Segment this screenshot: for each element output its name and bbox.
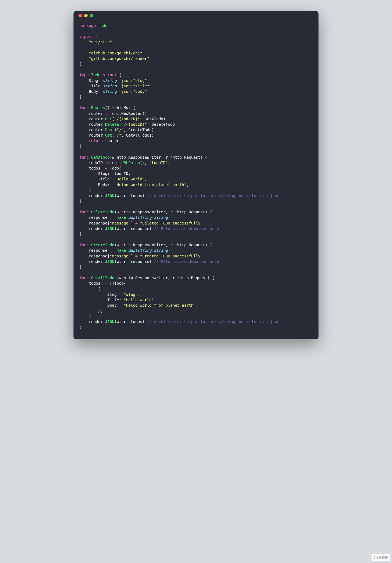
route-post: Post bbox=[105, 128, 114, 132]
all-slug-val: "slug" bbox=[124, 292, 137, 297]
todo-body-val: "Heloo world from planet earth" bbox=[114, 183, 186, 187]
field-title-type: string bbox=[103, 84, 117, 88]
import-render: "github.com/go-chi/render" bbox=[89, 56, 149, 61]
route-get-path: "/{todoID}" bbox=[114, 117, 140, 121]
field-body-tag: `json:"body"` bbox=[119, 89, 149, 94]
delete-comment: // Return some demo response bbox=[154, 226, 219, 231]
getall-comment: // A chi router helper for serializing a… bbox=[147, 319, 280, 324]
all-title-val: "Hello world" bbox=[124, 298, 154, 302]
import-net-http: "net/http" bbox=[89, 40, 112, 44]
url-param-key: "todoID" bbox=[149, 161, 168, 165]
getatodo-name: GetATodo bbox=[91, 155, 110, 159]
struct-name: Todo bbox=[91, 73, 100, 77]
router-var: router bbox=[89, 111, 103, 116]
delete-msg-val: "Deleted TODO successfully" bbox=[140, 221, 203, 225]
code-block: package todo import ( "net/http" "github… bbox=[74, 20, 318, 339]
field-title-tag: `json:"title"` bbox=[119, 84, 152, 88]
minimize-icon[interactable] bbox=[84, 14, 88, 17]
route-get-all: Get bbox=[105, 133, 112, 137]
delete-msg-key: "message" bbox=[110, 221, 131, 225]
watermark-badge: 亿速云 bbox=[371, 554, 390, 561]
field-slug: Slug bbox=[89, 78, 98, 83]
create-msg-key: "message" bbox=[110, 254, 131, 258]
close-icon[interactable] bbox=[78, 14, 82, 17]
getatodo-comment: // A chi router helper for serializing a… bbox=[147, 193, 280, 198]
code-window: package todo import ( "net/http" "github… bbox=[74, 11, 318, 339]
create-msg-val: "Created TODO successfully" bbox=[140, 254, 203, 258]
field-slug-tag: `json:"slug"` bbox=[119, 78, 149, 83]
route-post-handler: CreateTodo bbox=[128, 128, 151, 132]
routes-fn-name: Routes bbox=[91, 106, 105, 110]
field-body-type: string bbox=[103, 89, 117, 94]
new-router-call: chi.NewRouter() bbox=[112, 111, 147, 116]
watermark-text: 亿速云 bbox=[379, 556, 388, 560]
window-titlebar bbox=[74, 11, 318, 20]
route-delete-handler: DeleteTodo bbox=[152, 122, 175, 127]
all-body-val: "Heloo world from planet earth" bbox=[124, 303, 196, 307]
route-get: Get bbox=[105, 117, 112, 121]
field-body: Body bbox=[89, 89, 98, 94]
route-get-handler: GetATodo bbox=[145, 117, 163, 121]
route-delete: Delete bbox=[105, 122, 119, 127]
field-slug-type: string bbox=[103, 78, 117, 83]
getalltodos-name: GetAllTodos bbox=[91, 276, 117, 280]
zoom-icon[interactable] bbox=[90, 14, 93, 17]
createtodo-name: CreateTodo bbox=[91, 243, 114, 247]
route-get-all-path: "/" bbox=[114, 133, 121, 137]
todo-title-val: "Hello world" bbox=[114, 177, 145, 181]
route-get-all-handler: GetAllTodos bbox=[126, 133, 152, 137]
routes-return: router bbox=[105, 139, 119, 143]
todo-slug-var: todoID bbox=[114, 171, 128, 176]
cloud-icon bbox=[374, 556, 378, 559]
package-name: todo bbox=[98, 23, 107, 28]
field-title: Title bbox=[89, 84, 100, 88]
route-delete-path: "/{todoID}" bbox=[121, 122, 147, 127]
import-chi: "github.com/go-chi/chi" bbox=[89, 51, 142, 55]
deletetodo-name: DeleteTodo bbox=[91, 210, 114, 214]
route-post-path: "/" bbox=[117, 128, 124, 132]
create-comment: // Return some demo response bbox=[154, 259, 219, 264]
